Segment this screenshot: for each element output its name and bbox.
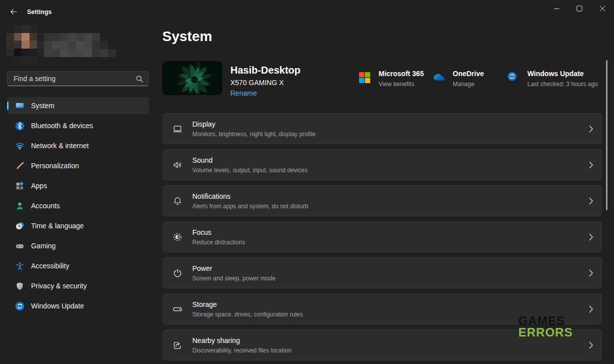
bluetooth-icon bbox=[15, 121, 25, 131]
search-icon[interactable] bbox=[136, 75, 143, 83]
chevron-right-icon bbox=[589, 341, 593, 349]
watermark-line1: GAMES bbox=[518, 315, 573, 326]
chevron-right-icon bbox=[589, 197, 593, 205]
settings-row-notifications[interactable]: Notifications Alerts from apps and syste… bbox=[163, 185, 602, 216]
sidebar-item-network-internet[interactable]: Network & internet bbox=[7, 137, 149, 154]
sidebar-item-windows-update[interactable]: Windows Update bbox=[7, 297, 149, 314]
settings-row-power[interactable]: Power Screen and sleep, power mode bbox=[163, 257, 602, 288]
close-button[interactable] bbox=[591, 0, 614, 17]
settings-window: Settings System Bluetooth & devices Netw… bbox=[0, 0, 614, 364]
sidebar-item-gaming[interactable]: Gaming bbox=[7, 237, 149, 254]
update-icon bbox=[507, 72, 522, 81]
accounts-icon bbox=[15, 201, 25, 211]
quick-link-onedrive[interactable]: OneDrive Manage bbox=[433, 70, 484, 88]
network-icon bbox=[15, 141, 25, 151]
device-info: Hasib-Desktop X570 GAMING X Rename bbox=[230, 65, 300, 98]
gaming-icon bbox=[15, 241, 25, 251]
user-name-redacted bbox=[44, 33, 116, 57]
storage-icon bbox=[172, 304, 183, 314]
sidebar-item-privacy-security[interactable]: Privacy & security bbox=[7, 277, 149, 294]
sidebar-item-system[interactable]: System bbox=[7, 97, 149, 114]
back-arrow-icon bbox=[10, 8, 18, 18]
display-icon bbox=[172, 124, 183, 134]
power-icon bbox=[172, 268, 183, 278]
search-input[interactable] bbox=[8, 72, 148, 86]
personalization-icon bbox=[15, 161, 25, 171]
scrollbar[interactable] bbox=[606, 60, 607, 210]
device-thumbnail-image bbox=[162, 61, 222, 95]
ms365-icon bbox=[359, 72, 374, 84]
sidebar-item-time-language[interactable]: Time & language bbox=[7, 217, 149, 234]
rename-link[interactable]: Rename bbox=[230, 89, 257, 97]
chevron-right-icon bbox=[589, 305, 593, 313]
sidebar-item-accessibility[interactable]: Accessibility bbox=[7, 257, 149, 274]
sidebar-item-apps[interactable]: Apps bbox=[7, 177, 149, 194]
focus-icon bbox=[172, 232, 183, 242]
update-icon bbox=[15, 301, 25, 311]
sidebar-item-accounts[interactable]: Accounts bbox=[7, 197, 149, 214]
nearby-icon bbox=[172, 340, 183, 350]
device-name: Hasib-Desktop bbox=[230, 65, 300, 76]
chevron-right-icon bbox=[589, 233, 593, 241]
privacy-icon bbox=[15, 281, 25, 291]
settings-row-sound[interactable]: Sound Volume levels, output, input, soun… bbox=[163, 149, 602, 180]
settings-row-focus[interactable]: Focus Reduce distractions bbox=[163, 221, 602, 252]
sound-icon bbox=[172, 160, 183, 170]
games-errors-watermark: GAMES ERRORS bbox=[518, 315, 573, 338]
sidebar-item-bluetooth-devices[interactable]: Bluetooth & devices bbox=[7, 117, 149, 134]
sidebar-item-personalization[interactable]: Personalization bbox=[7, 157, 149, 174]
maximize-button[interactable] bbox=[568, 0, 591, 17]
time-icon bbox=[15, 221, 25, 231]
quick-link-microsoft-365[interactable]: Microsoft 365 View benefits bbox=[359, 70, 424, 88]
window-title: Settings bbox=[27, 9, 52, 16]
device-model: X570 GAMING X bbox=[230, 79, 300, 87]
onedrive-icon bbox=[433, 72, 448, 83]
quick-link-windows-update[interactable]: Windows Update Last checked: 3 hours ago bbox=[507, 70, 598, 88]
user-avatar-redacted[interactable] bbox=[6, 25, 45, 64]
watermark-line2: ERRORS bbox=[518, 326, 573, 338]
apps-icon bbox=[15, 181, 25, 191]
search-box bbox=[7, 71, 149, 86]
page-title: System bbox=[162, 29, 212, 45]
system-icon bbox=[15, 101, 25, 111]
chevron-right-icon bbox=[589, 125, 593, 133]
sidebar-nav: System Bluetooth & devices Network & int… bbox=[7, 97, 149, 314]
notifications-icon bbox=[172, 196, 183, 206]
settings-row-display[interactable]: Display Monitors, brightness, night ligh… bbox=[163, 113, 602, 144]
minimize-button[interactable] bbox=[545, 0, 568, 17]
chevron-right-icon bbox=[589, 161, 593, 169]
window-controls bbox=[545, 0, 614, 17]
back-button[interactable] bbox=[6, 6, 21, 19]
chevron-right-icon bbox=[589, 269, 593, 277]
accessibility-icon bbox=[15, 261, 25, 271]
